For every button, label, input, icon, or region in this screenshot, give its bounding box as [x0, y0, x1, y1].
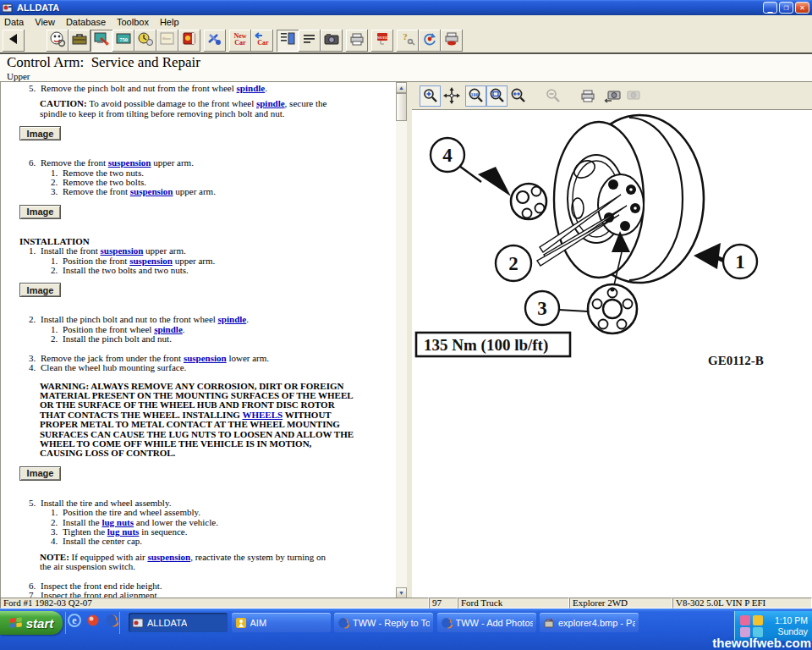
procedure-step: 1.Position the tire and wheel assembly.: [1, 508, 395, 517]
taskbar-task-2[interactable]: AIM: [232, 613, 331, 632]
taskbar-task-3[interactable]: TWW - Reply to Topic...: [334, 613, 433, 632]
start-label: start: [26, 616, 54, 631]
vehicle-computer-icon: [93, 30, 110, 51]
task-label: AIM: [250, 618, 267, 628]
scrollbar-thumb[interactable]: [396, 93, 407, 121]
blank-note-button[interactable]: Show: [156, 30, 178, 52]
inline-link[interactable]: suspension: [129, 256, 173, 266]
assistant-icon: [49, 30, 66, 51]
inline-link[interactable]: suspension: [130, 186, 173, 196]
car-back-button[interactable]: Car: [251, 30, 273, 52]
new-car-button[interactable]: NewCar: [229, 30, 251, 52]
close-button[interactable]: ✕: [795, 2, 809, 14]
tv-750-button[interactable]: 750: [112, 30, 134, 52]
help-key-button[interactable]: ?: [397, 30, 419, 52]
internet-explorer-icon[interactable]: e: [68, 614, 81, 627]
step-number: 2.: [51, 266, 58, 275]
step-number: 4.: [29, 363, 36, 372]
pan-button[interactable]: [441, 85, 462, 107]
printer-button[interactable]: [346, 30, 368, 52]
firefox-task-icon: [337, 617, 349, 629]
inline-link[interactable]: WHEELS: [242, 410, 283, 420]
procedure-panel: 5.Remove the pinch bolt and nut from the…: [0, 82, 407, 598]
inline-link[interactable]: lug nuts: [107, 526, 140, 537]
inline-link[interactable]: spindle: [218, 314, 247, 324]
note-tag-button[interactable]: NOTE: [371, 30, 393, 52]
warning-paragraph: WARNING: ALWAYS REMOVE ANY CORROSION, DI…: [40, 382, 356, 459]
start-button[interactable]: start: [0, 611, 63, 635]
back-arrow-button[interactable]: [3, 30, 25, 52]
diagram-area: 4 2 1 3 135 Nm (100 lb/ft) GE0112-B: [412, 110, 812, 598]
inline-link[interactable]: spindle: [256, 98, 285, 108]
status-context: Ford #1 1982-03 Q2-07: [0, 598, 429, 609]
scroll-up-button[interactable]: ▲: [396, 82, 407, 93]
firefox-task-icon: [441, 617, 453, 629]
callout-3: 3: [537, 298, 547, 319]
status-cell-3: V8-302 5.0L VIN P EFI: [672, 598, 812, 609]
procedure-text: 5.Remove the pinch bolt and nut from the…: [1, 82, 395, 598]
status-bar: Ford #1 1982-03 Q2-0797Ford TruckExplore…: [0, 598, 812, 609]
menu-toolbox[interactable]: Toolbox: [112, 17, 156, 27]
svg-text:100: 100: [470, 92, 478, 97]
image-button[interactable]: Image: [19, 126, 61, 140]
image-button-row: Image: [19, 126, 395, 140]
step-number: 2.: [51, 334, 58, 344]
document-header: Control Arm: Service and Repair Upper: [0, 52, 812, 81]
image-button[interactable]: Image: [19, 205, 61, 219]
print-car-icon: [443, 30, 460, 51]
image-button[interactable]: Image: [19, 466, 61, 481]
page-subtitle: Upper: [7, 71, 805, 81]
quick-launch-icon[interactable]: [86, 614, 100, 627]
content-area: 5.Remove the pinch bolt and nut from the…: [0, 81, 812, 598]
print-car-button[interactable]: [441, 30, 463, 52]
menu-data[interactable]: Data: [0, 17, 30, 27]
tray-icon-2[interactable]: [753, 615, 763, 625]
toolbox-button[interactable]: [69, 30, 91, 52]
vehicle-computer-button[interactable]: [91, 30, 112, 52]
inline-link[interactable]: spindle: [237, 83, 266, 93]
task-label: explorer4.bmp - Paint: [558, 618, 635, 628]
inline-link[interactable]: suspension: [147, 552, 190, 562]
taskbar-task-5[interactable]: explorer4.bmp - Paint: [540, 613, 639, 632]
minimize-button[interactable]: _: [763, 2, 777, 14]
inline-link[interactable]: spindle: [154, 324, 183, 334]
image-button-row: Image: [19, 205, 395, 219]
zoom-in-button[interactable]: [420, 85, 441, 107]
taskbar-task-1[interactable]: ALLDATA: [129, 613, 228, 632]
previous-image-button[interactable]: [602, 85, 623, 107]
tray-icon-1[interactable]: [740, 615, 750, 625]
zoom-fit-button[interactable]: [486, 85, 508, 107]
refresh-car-button[interactable]: [419, 30, 441, 52]
callout-1: 1: [735, 251, 745, 273]
vertical-scrollbar[interactable]: ▲ ▼: [396, 82, 407, 598]
camera-button[interactable]: [321, 30, 343, 52]
red-book-button[interactable]: [178, 30, 200, 52]
tray-time: 1:10 PM: [775, 615, 808, 626]
firefox-icon[interactable]: [105, 614, 118, 627]
inline-link[interactable]: suspension: [184, 353, 227, 363]
inline-link[interactable]: suspension: [101, 245, 144, 256]
image-button-row: Image: [19, 466, 395, 481]
red-book-icon: [181, 30, 198, 51]
menu-help[interactable]: Help: [156, 17, 186, 27]
inline-link[interactable]: suspension: [108, 157, 151, 168]
print-image-button[interactable]: [577, 85, 598, 107]
procedure-step: 2.Install the lug nuts and lower the veh…: [1, 518, 395, 527]
menu-database[interactable]: Database: [62, 17, 112, 27]
status-cell-0: 97: [429, 598, 458, 609]
restore-button[interactable]: ❐: [779, 2, 793, 14]
scheduler-clock-button[interactable]: [134, 30, 156, 52]
taskbar-task-4[interactable]: TWW - Add Photos - ...: [437, 613, 536, 632]
doc-image-list-button[interactable]: [277, 30, 299, 52]
assistant-button[interactable]: [47, 30, 69, 52]
image-button[interactable]: Image: [19, 283, 61, 297]
procedure-step: 4.Clean the wheel hub mounting surface.: [1, 363, 395, 372]
toolbox-icon: [71, 30, 88, 51]
menu-view[interactable]: View: [30, 17, 62, 27]
zoom-width-button[interactable]: [508, 85, 529, 107]
zoom-100-button[interactable]: 100: [465, 85, 486, 107]
hand-tools-button[interactable]: [204, 30, 226, 52]
alldata-task-icon: [132, 617, 144, 629]
text-lines-button[interactable]: [299, 30, 321, 52]
inline-link[interactable]: lug nuts: [102, 517, 134, 527]
